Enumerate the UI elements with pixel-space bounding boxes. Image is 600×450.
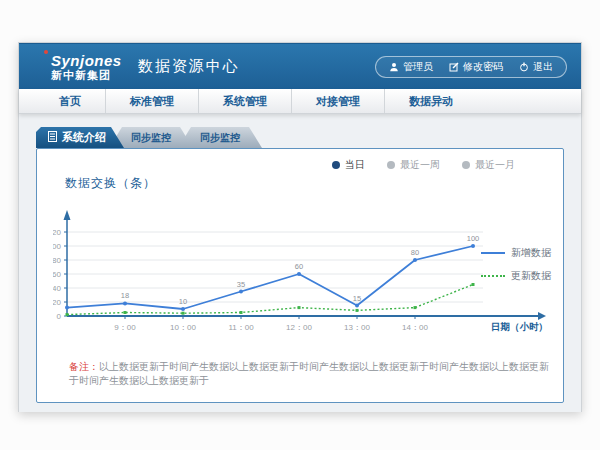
dotted-line-swatch [481,275,505,277]
chart-area: 0204060801001209：0010：0011：0012：0013：001… [53,194,551,344]
logo-accent-dot [44,50,48,54]
legend-label: 更新数据 [511,269,551,283]
svg-text:60: 60 [295,262,303,271]
nav-item-home[interactable]: 首页 [35,89,106,113]
svg-text:15: 15 [353,294,361,303]
radio-dot [462,161,470,169]
user-icon [389,62,399,72]
svg-text:11：00: 11：00 [228,323,254,332]
legend-item-updated-data: 更新数据 [481,269,551,283]
tab-label: 同步监控 [200,131,240,145]
logout-label: 退出 [533,60,553,74]
solid-line-swatch [481,252,505,254]
svg-text:10：00: 10：00 [170,323,196,332]
svg-text:9：00: 9：00 [114,323,136,332]
radio-dot [387,161,395,169]
nav-item-standards[interactable]: 标准管理 [106,89,199,113]
radio-last-month[interactable]: 最近一月 [462,158,515,172]
radio-label: 最近一月 [475,158,515,172]
tab-label: 同步监控 [131,131,171,145]
change-password-button[interactable]: 修改密码 [449,60,503,74]
svg-text:40: 40 [53,284,62,293]
svg-text:60: 60 [53,270,62,279]
tab-label: 系统介绍 [62,130,106,145]
svg-text:13：00: 13：00 [344,323,370,332]
svg-text:35: 35 [237,280,245,289]
radio-last-week[interactable]: 最近一周 [387,158,440,172]
app-title: 数据资源中心 [138,57,240,76]
tab-bar: 系统介绍 同步监控 同步监控 [36,127,581,148]
logout-button[interactable]: 退出 [519,60,553,74]
change-password-label: 修改密码 [463,60,503,74]
nav-item-data-changes[interactable]: 数据异动 [385,89,477,113]
radio-label: 当日 [345,158,365,172]
edit-icon [449,62,459,72]
svg-text:80: 80 [53,256,62,265]
radio-dot [332,161,340,169]
legend-label: 新增数据 [511,246,551,260]
app-header: Synjones 新中新集团 数据资源中心 管理员 修改密码 退出 [19,43,581,89]
radio-today[interactable]: 当日 [332,158,365,172]
svg-text:0: 0 [57,312,62,321]
user-toolbar: 管理员 修改密码 退出 [375,56,567,78]
time-range-group: 当日 最近一周 最近一月 [49,157,551,173]
main-nav: 首页 标准管理 系统管理 对接管理 数据异动 [19,89,581,114]
footnote: 备注：以上数据更新于时间产生数据以上数据更新于时间产生数据以上数据更新于时间产生… [69,360,551,388]
svg-text:120: 120 [53,228,62,237]
svg-text:10: 10 [179,297,187,306]
radio-label: 最近一周 [400,158,440,172]
svg-text:100: 100 [53,242,62,251]
svg-text:12：00: 12：00 [286,323,312,332]
logo-text-en: Synjones [51,53,122,68]
logo: Synjones 新中新集团 [51,53,122,81]
svg-text:20: 20 [53,298,62,307]
app-window: Synjones 新中新集团 数据资源中心 管理员 修改密码 退出 [18,42,582,412]
power-icon [519,62,529,72]
tab-system-intro[interactable]: 系统介绍 [36,127,124,148]
svg-text:14：00: 14：00 [402,323,428,332]
svg-text:100: 100 [467,234,480,243]
nav-item-system[interactable]: 系统管理 [199,89,292,113]
user-menu[interactable]: 管理员 [389,60,433,74]
document-icon [48,131,57,144]
content-area: 系统介绍 同步监控 同步监控 当日 最近一周 [19,114,581,412]
chart-y-axis-title: 数据交换（条） [65,175,551,192]
svg-text:80: 80 [411,248,419,257]
logo-text-cn: 新中新集团 [51,70,122,81]
legend-item-new-data: 新增数据 [481,246,551,260]
user-label: 管理员 [403,60,433,74]
svg-text:18: 18 [121,291,129,300]
footnote-prefix: 备注： [69,361,99,372]
footnote-text: 以上数据更新于时间产生数据以上数据更新于时间产生数据以上数据更新于时间产生数据以… [69,361,549,386]
svg-text:日期（小时）: 日期（小时） [491,321,548,333]
chart-legend: 新增数据 更新数据 [481,246,551,283]
chart-panel: 当日 最近一周 最近一月 数据交换（条） 0204060801001209：00… [36,148,564,403]
nav-item-integration[interactable]: 对接管理 [292,89,385,113]
